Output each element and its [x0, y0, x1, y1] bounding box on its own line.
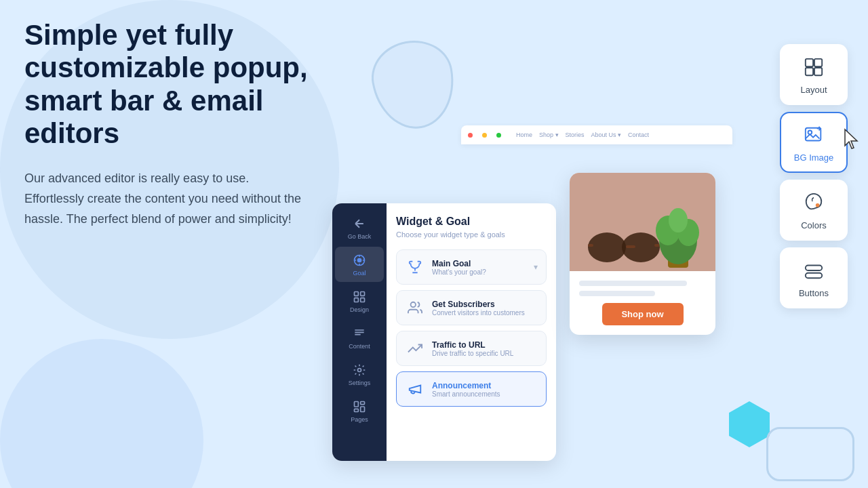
layout-label: Layout	[800, 85, 827, 95]
preview-body: Shop now	[570, 271, 715, 335]
goal-traffic[interactable]: Traffic to URL Drive traffic to specific…	[396, 331, 547, 366]
nav-shop[interactable]: Shop ▾	[539, 131, 559, 138]
goal-main-arrow: ▾	[534, 262, 538, 272]
buttons-icon	[802, 258, 826, 283]
layout-icon	[802, 55, 826, 79]
widget-panel: Go Back Goal Design Con	[332, 203, 556, 461]
sidebar-content-label: Content	[349, 343, 370, 350]
svg-rect-31	[806, 272, 822, 278]
goal-subscribers[interactable]: Get Subscribers Convert visitors into cu…	[396, 290, 547, 325]
sidebar-go-back[interactable]: Go Back	[335, 210, 384, 245]
widget-title: Widget & Goal	[396, 216, 547, 228]
svg-rect-8	[361, 402, 365, 405]
announcement-icon	[405, 379, 425, 399]
sidebar-design-label: Design	[350, 306, 369, 313]
svg-rect-15	[588, 244, 593, 247]
colors-icon	[802, 190, 826, 215]
bg-image-icon	[802, 123, 826, 147]
trophy-icon	[405, 257, 425, 277]
svg-rect-3	[361, 292, 365, 296]
deco-shape	[366, 35, 462, 136]
svg-rect-9	[355, 409, 359, 411]
subtext: Our advanced editor is really easy to us…	[24, 169, 309, 229]
tool-layout[interactable]: Layout	[780, 44, 848, 105]
sidebar-content[interactable]: Content	[335, 320, 384, 355]
svg-rect-24	[806, 67, 813, 75]
svg-rect-2	[355, 292, 359, 296]
widget-subtitle: Choose your widget type & goals	[396, 230, 547, 239]
tool-bg-image[interactable]: BG Image	[780, 112, 848, 173]
goal-main-text: Main Goal What's your goal?	[432, 259, 527, 276]
bg-blob-2	[0, 339, 203, 488]
goal-announcement-name: Announcement	[432, 381, 538, 390]
preview-line-2	[579, 291, 655, 296]
svg-point-1	[357, 258, 362, 263]
sidebar-goal[interactable]: Goal	[335, 247, 384, 282]
headline: Simple yet fully customizable popup, sma…	[24, 19, 309, 150]
goal-announcement[interactable]: Announcement Smart announcements	[396, 371, 547, 407]
colors-label: Colors	[801, 220, 827, 230]
preview-card: Shop now	[570, 173, 715, 335]
preview-line-1	[579, 281, 687, 286]
svg-rect-7	[355, 402, 359, 407]
subscribers-icon	[405, 298, 425, 318]
browser-dot-yellow	[482, 133, 487, 138]
goal-traffic-name: Traffic to URL	[432, 340, 538, 350]
svg-rect-4	[355, 298, 359, 302]
nav-contact[interactable]: Contact	[628, 131, 649, 138]
svg-rect-5	[361, 298, 365, 302]
svg-marker-28	[845, 129, 857, 148]
svg-point-21	[669, 208, 688, 232]
tool-colors[interactable]: Colors	[780, 180, 848, 241]
goal-main-desc: What's your goal?	[432, 268, 527, 276]
tools-panel: Layout BG Image Colors	[780, 44, 848, 308]
nav-home[interactable]: Home	[516, 131, 532, 138]
sidebar-back-label: Go Back	[348, 233, 372, 240]
svg-point-11	[411, 302, 416, 307]
sunglasses-decoration	[583, 224, 665, 264]
svg-rect-22	[806, 58, 813, 66]
svg-rect-10	[361, 407, 365, 412]
plant-decoration	[654, 200, 702, 268]
browser-bar: Home Shop ▾ Stories About Us ▾ Contact	[461, 125, 732, 144]
left-panel: Simple yet fully customizable popup, sma…	[24, 19, 309, 229]
sidebar-pages-label: Pages	[351, 416, 368, 423]
goal-subscribers-text: Get Subscribers Convert visitors into cu…	[432, 300, 538, 317]
svg-point-29	[816, 203, 820, 207]
sidebar-design[interactable]: Design	[335, 283, 384, 319]
svg-rect-26	[806, 127, 821, 140]
widget-sidebar: Go Back Goal Design Con	[332, 203, 387, 461]
sidebar-goal-label: Goal	[353, 270, 366, 277]
goal-traffic-text: Traffic to URL Drive traffic to specific…	[432, 340, 538, 357]
goal-main[interactable]: Main Goal What's your goal? ▾	[396, 249, 547, 285]
traffic-icon	[405, 338, 425, 359]
bg-image-label: BG Image	[794, 152, 834, 163]
goal-main-name: Main Goal	[432, 259, 527, 268]
svg-rect-25	[814, 67, 822, 75]
browser-dot-red	[468, 133, 473, 138]
svg-rect-30	[806, 265, 822, 270]
svg-point-12	[588, 232, 626, 262]
goal-announcement-text: Announcement Smart announcements	[432, 381, 538, 398]
svg-rect-14	[626, 245, 635, 248]
shop-now-button[interactable]: Shop now	[602, 303, 684, 325]
browser-nav: Home Shop ▾ Stories About Us ▾ Contact	[516, 131, 649, 138]
goal-subscribers-desc: Convert visitors into customers	[432, 309, 538, 317]
cursor-arrow	[842, 128, 861, 152]
hex-decoration	[729, 401, 770, 447]
goal-announcement-desc: Smart announcements	[432, 390, 538, 398]
tool-buttons[interactable]: Buttons	[780, 247, 848, 308]
buttons-label: Buttons	[799, 288, 829, 298]
deco-rect	[766, 427, 854, 481]
nav-about[interactable]: About Us ▾	[591, 131, 622, 138]
nav-stories[interactable]: Stories	[566, 131, 585, 138]
sidebar-settings-label: Settings	[349, 380, 371, 386]
preview-image	[570, 173, 715, 271]
sidebar-settings[interactable]: Settings	[335, 357, 384, 392]
sidebar-pages[interactable]: Pages	[335, 393, 384, 428]
goal-subscribers-name: Get Subscribers	[432, 300, 538, 309]
svg-point-6	[358, 369, 361, 372]
svg-rect-23	[814, 58, 822, 66]
goal-traffic-desc: Drive traffic to specific URL	[432, 350, 538, 357]
widget-content: Widget & Goal Choose your widget type & …	[387, 203, 556, 461]
